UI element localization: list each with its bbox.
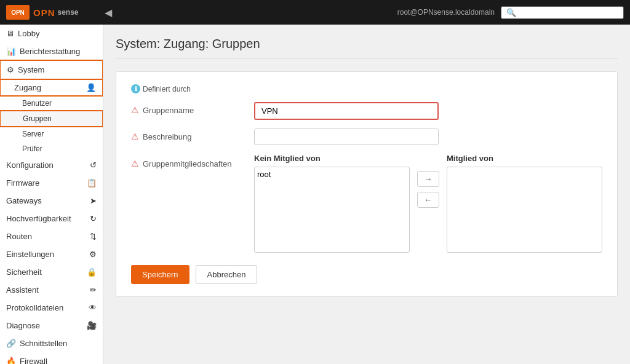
form-card: ℹ Definiert durch ⚠ Gruppenname ⚠ Beschr… (116, 71, 618, 297)
sidebar-label-sicherheit: Sicherheit (6, 267, 42, 277)
sidebar-item-protokolldateien[interactable]: Protokolldateien 👁 (0, 299, 103, 317)
navigate-icon: ➤ (90, 196, 97, 205)
move-right-button[interactable]: → (417, 171, 439, 187)
cancel-button[interactable]: Abbrechen (196, 265, 258, 284)
sidebar-label-lobby: Lobby (18, 29, 39, 38)
svg-text:OPN: OPN (11, 9, 25, 16)
sidebar-label-benutzer: Benutzer (22, 99, 52, 108)
pencil-icon: ✏ (90, 285, 97, 295)
sidebar-item-hochverfuegbarkeit[interactable]: Hochverfügbarkeit ↻ (0, 210, 103, 228)
firewall-icon: 🔥 (6, 357, 16, 364)
sidebar-item-benutzer[interactable]: Benutzer (0, 96, 103, 111)
membership-label-text: Gruppenmitgliedschaften (143, 159, 232, 168)
search-icon: 🔍 (506, 8, 516, 17)
sidebar-item-gateways[interactable]: Gateways ➤ (0, 192, 103, 210)
beschreibung-label-text: Beschreibung (143, 132, 192, 141)
sidebar-item-firewall[interactable]: 🔥 Firewall (0, 352, 103, 364)
collapse-icon: ◀ (105, 7, 112, 18)
sidebar-item-server[interactable]: Server (0, 127, 103, 141)
sidebar-label-gruppen: Gruppen (23, 114, 52, 123)
sidebar-item-system[interactable]: ⚙ System (0, 60, 103, 79)
label-gruppenname: ⚠ Gruppenname (131, 102, 254, 115)
sidebar-label-assistent: Assistent (6, 285, 39, 295)
sidebar: 🖥 Lobby 📊 Berichterstattung ⚙ System Zug… (0, 25, 103, 364)
sidebar-label-einstellungen: Einstellungen (6, 250, 54, 259)
sidebar-toggle[interactable]: ◀ (105, 7, 112, 18)
logo-opn-text: OPN (33, 7, 55, 18)
warning-icon-membership: ⚠ (131, 159, 139, 168)
sidebar-label-protokolldateien: Protokolldateien (6, 303, 63, 312)
gruppenname-control (254, 102, 602, 120)
topbar-right: root@OPNsense.localdomain 🔍 (397, 6, 624, 19)
sidebar-label-pruefer: Prüfer (22, 144, 42, 153)
sidebar-label-firewall: Firewall (20, 357, 47, 364)
sidebar-item-sicherheit[interactable]: Sicherheit 🔒 (0, 263, 103, 281)
beschreibung-input[interactable] (254, 129, 439, 145)
member-list-right[interactable] (447, 167, 602, 253)
sidebar-item-einstellungen[interactable]: Einstellungen ⚙ (0, 245, 103, 263)
topbar-user: root@OPNsense.localdomain (397, 8, 495, 17)
list-item[interactable]: root (257, 170, 407, 180)
sidebar-label-firmware: Firmware (6, 178, 39, 188)
topbar-search-box[interactable]: 🔍 (501, 6, 624, 19)
refresh-icon: ↺ (90, 160, 97, 170)
sidebar-label-konfiguration: Konfiguration (6, 160, 54, 170)
label-beschreibung: ⚠ Beschreibung (131, 129, 254, 141)
section-header: ℹ Definiert durch (131, 84, 602, 93)
sidebar-item-konfiguration[interactable]: Konfiguration ↺ (0, 156, 103, 174)
logo-sense-text: sense (58, 8, 79, 17)
move-left-button[interactable]: ← (417, 192, 439, 208)
gear-icon: ⚙ (7, 65, 14, 74)
transfer-buttons: → ← (417, 154, 439, 208)
sidebar-label-server: Server (22, 130, 44, 138)
sidebar-item-diagnose[interactable]: Diagnose 🎥 (0, 317, 103, 334)
gruppenname-label-text: Gruppenname (143, 106, 194, 115)
user-icon: 👤 (86, 83, 96, 92)
layout: 🖥 Lobby 📊 Berichterstattung ⚙ System Zug… (0, 25, 630, 364)
sidebar-label-diagnose: Diagnose (6, 321, 40, 330)
sidebar-item-lobby[interactable]: 🖥 Lobby (0, 25, 103, 42)
topbar: OPN OPNsense ◀ root@OPNsense.localdomain… (0, 0, 630, 25)
sidebar-item-schnittstellen[interactable]: 🔗 Schnittstellen (0, 334, 103, 352)
form-row-gruppenname: ⚠ Gruppenname (131, 102, 602, 120)
sidebar-item-berichterstattung[interactable]: 📊 Berichterstattung (0, 42, 103, 60)
network-icon: 🔗 (6, 339, 16, 348)
sidebar-label-berichterstattung: Berichterstattung (20, 47, 80, 56)
section-label: Definiert durch (143, 85, 191, 93)
sidebar-label-system: System (18, 65, 44, 74)
sidebar-label-gateways: Gateways (6, 196, 42, 205)
warning-icon-gruppenname: ⚠ (131, 105, 139, 115)
member-list-left[interactable]: root (254, 167, 410, 253)
logo-icon: OPN (6, 5, 30, 20)
sidebar-item-gruppen[interactable]: Gruppen (0, 111, 103, 127)
sidebar-label-zugang: Zugang (14, 83, 41, 92)
gruppenname-input[interactable] (254, 102, 439, 120)
action-buttons: Speichern Abbrechen (131, 265, 602, 284)
monitor-icon: 🖥 (6, 29, 14, 38)
sidebar-label-hochverfuegbarkeit: Hochverfügbarkeit (6, 214, 71, 223)
sidebar-label-routen: Routen (6, 232, 32, 241)
label-membership: ⚠ Gruppenmitgliedschaften (131, 154, 254, 168)
main-content: System: Zugang: Gruppen ℹ Definiert durc… (103, 25, 630, 364)
col-left-header: Kein Mitglied von (254, 154, 410, 163)
save-button[interactable]: Speichern (131, 265, 189, 284)
search-input[interactable] (520, 8, 618, 17)
eye-icon: 👁 (89, 303, 97, 312)
camera-icon: 🎥 (87, 321, 97, 330)
chart-icon: 📊 (6, 47, 16, 56)
col-right-header: Mitglied von (447, 154, 602, 163)
sidebar-item-firmware[interactable]: Firmware 📋 (0, 174, 103, 192)
sidebar-item-routen[interactable]: Routen ⇅ (0, 228, 103, 245)
warning-icon-beschreibung: ⚠ (131, 132, 139, 141)
info-icon-section: ℹ (131, 84, 140, 93)
page-title: System: Zugang: Gruppen (116, 37, 618, 59)
sidebar-item-zugang[interactable]: Zugang 👤 (0, 79, 103, 96)
sidebar-item-pruefer[interactable]: Prüfer (0, 141, 103, 156)
form-row-beschreibung: ⚠ Beschreibung (131, 129, 602, 145)
membership-col-right: Mitglied von (447, 154, 602, 253)
membership-col-left: Kein Mitglied von root (254, 154, 410, 253)
route-icon: ⇅ (90, 232, 97, 241)
membership-control: Kein Mitglied von root → ← Mitglie (254, 154, 602, 253)
settings-icon: ⚙ (89, 250, 97, 259)
sidebar-item-assistent[interactable]: Assistent ✏ (0, 281, 103, 299)
